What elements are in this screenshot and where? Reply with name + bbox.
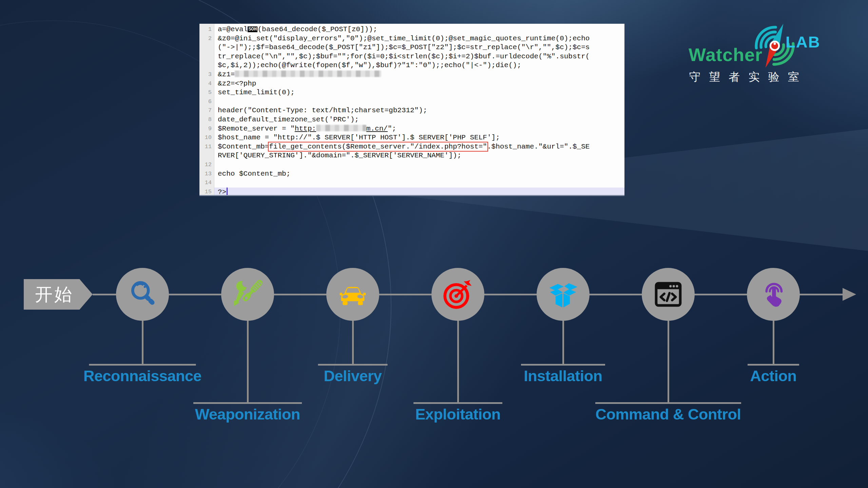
stage-bar-line <box>748 364 799 366</box>
logo-lab-text: LAB <box>786 33 821 51</box>
stage-bar-line <box>318 364 388 366</box>
line-number-gutter: 123456789101112131415 <box>199 24 214 195</box>
stage-stem-line <box>142 321 143 364</box>
stage-stem-line <box>457 321 459 402</box>
tap-icon <box>757 278 790 311</box>
start-badge-label: 开始 <box>24 279 93 310</box>
stage-circle <box>221 268 274 321</box>
stage-stem-line <box>773 321 774 364</box>
stage-bar-line <box>521 364 605 366</box>
stage-label: Exploitation <box>415 406 501 423</box>
logo-chinese-subtitle: 守 望 者 实 验 室 <box>689 70 802 85</box>
stage-stem-line <box>668 321 669 402</box>
stage-circle <box>537 268 590 321</box>
stage-label: Delivery <box>324 367 382 385</box>
code-window-icon <box>652 278 684 311</box>
open-box-icon <box>547 278 579 311</box>
car-icon <box>336 278 369 311</box>
watcherlab-logo: Watcher LAB 守 望 者 实 验 室 <box>686 24 849 87</box>
stage-bar-line <box>89 364 196 366</box>
target-icon <box>442 278 474 311</box>
start-badge: 开始 <box>24 279 93 310</box>
killchain-arrow-head <box>843 288 856 301</box>
stage-circle <box>116 268 169 321</box>
code-screenshot-panel: 123456789101112131415 a=@evalSOH(base64_… <box>199 24 624 196</box>
stage-stem-line <box>352 321 354 364</box>
stage-label: Installation <box>524 367 602 385</box>
stage-label: Action <box>750 367 797 385</box>
stage-circle <box>747 268 800 321</box>
code-lines: a=@evalSOH(base64_decode($_POST[z0]));&z… <box>214 24 624 195</box>
stage-label: Reconnaissance <box>83 367 201 385</box>
stage-label: Weaponization <box>195 406 300 423</box>
tools-icon <box>231 278 264 311</box>
stage-circle <box>431 268 484 321</box>
slide: 123456789101112131415 a=@evalSOH(base64_… <box>0 0 868 488</box>
stage-label: Command & Control <box>596 406 741 423</box>
stage-stem-line <box>562 321 564 364</box>
stage-circle <box>326 268 379 321</box>
search-icon <box>126 278 159 311</box>
stage-bar-line <box>595 402 741 404</box>
stage-circle <box>642 268 695 321</box>
logo-brand-text: Watcher <box>689 44 763 65</box>
stage-bar-line <box>193 402 302 404</box>
stage-bar-line <box>413 402 502 404</box>
stage-stem-line <box>247 321 249 402</box>
